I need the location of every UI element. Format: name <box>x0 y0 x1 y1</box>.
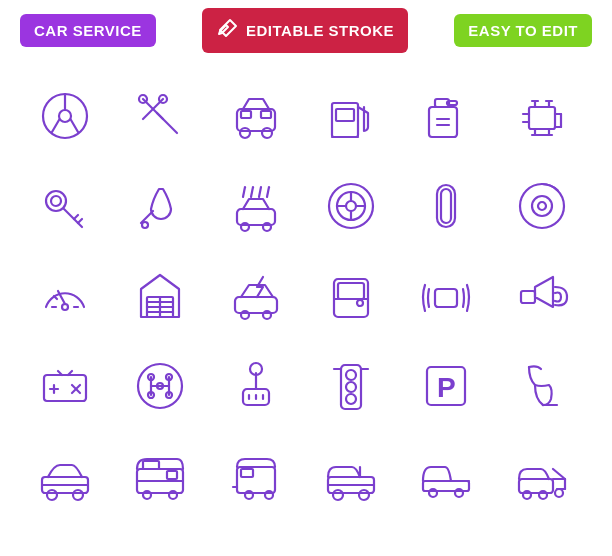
svg-rect-18 <box>429 107 457 137</box>
badge-editable-stroke: EDITABLE STROKE <box>202 8 408 53</box>
garage-icon[interactable] <box>115 251 205 341</box>
svg-line-39 <box>74 215 78 219</box>
brake-disc-icon[interactable] <box>497 161 587 251</box>
car-wash-icon[interactable] <box>211 161 301 251</box>
svg-point-14 <box>262 128 272 138</box>
svg-line-38 <box>64 209 82 227</box>
engine-icon[interactable] <box>497 71 587 161</box>
svg-line-44 <box>243 187 245 197</box>
svg-rect-57 <box>437 185 455 227</box>
svg-point-60 <box>532 196 552 216</box>
svg-rect-77 <box>338 283 364 299</box>
gearbox-icon[interactable] <box>115 341 205 431</box>
svg-point-106 <box>346 382 356 392</box>
svg-point-61 <box>538 202 546 210</box>
svg-rect-121 <box>143 461 159 469</box>
fuel-can-icon[interactable] <box>401 71 491 161</box>
car-sensors-icon[interactable] <box>401 251 491 341</box>
flatbed-truck-icon[interactable] <box>401 431 491 521</box>
svg-point-50 <box>329 184 373 228</box>
svg-rect-16 <box>336 109 354 121</box>
badge-car-service: CAR SERVICE <box>20 14 156 47</box>
svg-point-107 <box>346 394 356 404</box>
electric-car-icon[interactable] <box>211 251 301 341</box>
svg-point-52 <box>346 201 356 211</box>
key-icon[interactable] <box>20 161 110 251</box>
car-door-icon[interactable] <box>306 251 396 341</box>
oil-drop-icon[interactable] <box>115 161 205 251</box>
svg-rect-11 <box>241 111 251 118</box>
svg-point-114 <box>73 490 83 500</box>
svg-rect-80 <box>435 289 457 307</box>
svg-rect-104 <box>341 365 361 409</box>
svg-rect-58 <box>441 189 451 223</box>
svg-line-40 <box>78 219 82 223</box>
svg-line-7 <box>157 113 177 133</box>
svg-line-46 <box>259 187 261 197</box>
svg-rect-73 <box>235 297 277 313</box>
svg-point-1 <box>59 110 71 122</box>
svg-point-42 <box>142 222 148 228</box>
svg-text:P: P <box>437 372 456 403</box>
svg-rect-12 <box>261 111 271 118</box>
badge-easy-to-edit: EASY TO EDIT <box>454 14 592 47</box>
tools-icon[interactable] <box>115 71 205 161</box>
svg-point-78 <box>357 300 363 306</box>
svg-point-143 <box>555 489 563 497</box>
svg-point-105 <box>346 370 356 380</box>
svg-point-36 <box>46 191 66 211</box>
svg-rect-81 <box>521 291 535 303</box>
rv-camper-icon[interactable] <box>115 431 205 521</box>
battery-icon[interactable] <box>20 341 110 431</box>
horn-icon[interactable] <box>497 251 587 341</box>
icons-grid: P <box>0 61 612 531</box>
tow-truck-icon[interactable] <box>497 431 587 521</box>
steering-wheel-icon[interactable] <box>20 71 110 161</box>
speedometer-icon[interactable] <box>20 251 110 341</box>
gear-stick-icon[interactable] <box>211 341 301 431</box>
svg-line-4 <box>71 120 78 132</box>
pickup-truck-icon[interactable] <box>306 431 396 521</box>
svg-line-66 <box>54 296 57 299</box>
gas-station-icon[interactable] <box>306 71 396 161</box>
top-bar: CAR SERVICE EDITABLE STROKE EASY TO EDIT <box>0 0 612 61</box>
svg-rect-122 <box>237 467 275 493</box>
svg-line-139 <box>553 469 565 479</box>
svg-point-130 <box>359 490 369 500</box>
svg-rect-23 <box>529 107 555 129</box>
car-front-icon[interactable] <box>211 71 301 161</box>
parking-icon[interactable]: P <box>401 341 491 431</box>
tools-icon <box>216 16 240 45</box>
svg-line-3 <box>52 120 59 132</box>
tire-icon[interactable] <box>306 161 396 251</box>
svg-line-41 <box>141 211 153 223</box>
trailer-icon[interactable] <box>211 431 301 521</box>
svg-rect-126 <box>241 469 253 477</box>
car-seat-icon[interactable] <box>497 341 587 431</box>
tire-side-icon[interactable] <box>401 161 491 251</box>
svg-point-113 <box>47 490 57 500</box>
svg-point-13 <box>240 128 250 138</box>
svg-point-37 <box>51 196 61 206</box>
svg-line-45 <box>251 187 253 197</box>
svg-point-129 <box>333 490 343 500</box>
sedan-icon[interactable] <box>20 431 110 521</box>
svg-line-47 <box>267 187 269 197</box>
traffic-light-icon[interactable] <box>306 341 396 431</box>
svg-rect-120 <box>167 471 177 479</box>
